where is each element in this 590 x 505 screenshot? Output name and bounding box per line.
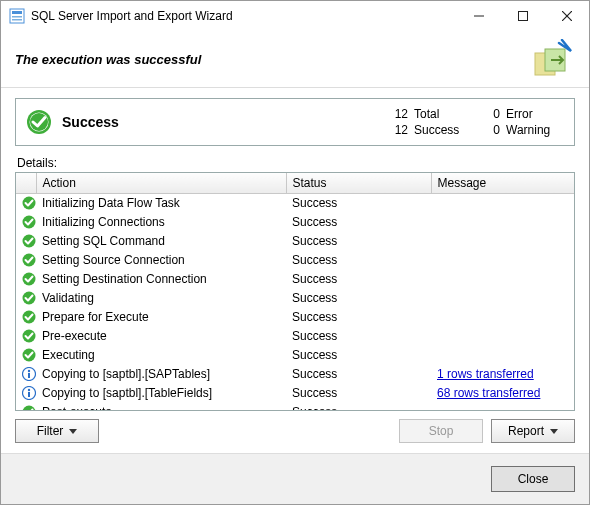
- warning-count: 0: [478, 123, 500, 137]
- message-cell: [431, 346, 574, 365]
- col-icon-header[interactable]: [16, 173, 36, 194]
- action-cell: Initializing Connections: [36, 213, 286, 232]
- check-icon: [22, 253, 36, 267]
- message-cell: [431, 194, 574, 213]
- message-cell: [431, 213, 574, 232]
- summary-status: Success: [62, 114, 386, 130]
- col-status-header[interactable]: Status: [286, 173, 431, 194]
- check-icon: [22, 348, 36, 362]
- minimize-button[interactable]: [457, 1, 501, 31]
- status-cell: Success: [286, 384, 431, 403]
- status-cell: Success: [286, 346, 431, 365]
- table-row[interactable]: Initializing Data Flow TaskSuccess: [16, 194, 574, 213]
- header-graphic: [529, 39, 575, 79]
- action-buttons-row: Filter Stop Report: [15, 411, 575, 447]
- message-cell: [431, 270, 574, 289]
- table-row[interactable]: Copying to [saptbl].[SAPTables]Success1 …: [16, 365, 574, 384]
- close-window-button[interactable]: [545, 1, 589, 31]
- info-icon: [22, 386, 36, 400]
- row-icon-cell: [16, 327, 36, 346]
- table-row[interactable]: ExecutingSuccess: [16, 346, 574, 365]
- table-row[interactable]: ValidatingSuccess: [16, 289, 574, 308]
- total-label: Total: [414, 107, 472, 121]
- check-icon: [22, 329, 36, 343]
- row-icon-cell: [16, 365, 36, 384]
- maximize-button[interactable]: [501, 1, 545, 31]
- status-cell: Success: [286, 327, 431, 346]
- status-cell: Success: [286, 251, 431, 270]
- svg-rect-5: [519, 12, 528, 21]
- check-icon: [22, 196, 36, 210]
- action-cell: Copying to [saptbl].[SAPTables]: [36, 365, 286, 384]
- message-link[interactable]: 68 rows transferred: [437, 386, 540, 400]
- col-message-header[interactable]: Message: [431, 173, 574, 194]
- titlebar: SQL Server Import and Export Wizard: [1, 1, 589, 31]
- status-cell: Success: [286, 232, 431, 251]
- table-row[interactable]: Setting Source ConnectionSuccess: [16, 251, 574, 270]
- message-cell: 1 rows transferred: [431, 365, 574, 384]
- action-cell: Pre-execute: [36, 327, 286, 346]
- table-row[interactable]: Copying to [saptbl].[TableFields]Success…: [16, 384, 574, 403]
- row-icon-cell: [16, 403, 36, 412]
- stop-button: Stop: [399, 419, 483, 443]
- row-icon-cell: [16, 232, 36, 251]
- status-cell: Success: [286, 289, 431, 308]
- footer: Close: [1, 453, 589, 504]
- summary-counts: 12 Total 0 Error 12 Success 0 Warning: [386, 107, 564, 137]
- app-icon: [9, 8, 25, 24]
- svg-rect-2: [12, 16, 22, 18]
- row-icon-cell: [16, 251, 36, 270]
- message-cell: [431, 289, 574, 308]
- filter-button[interactable]: Filter: [15, 419, 99, 443]
- action-cell: Validating: [36, 289, 286, 308]
- message-link[interactable]: 1 rows transferred: [437, 367, 534, 381]
- action-cell: Post-execute: [36, 403, 286, 412]
- report-button[interactable]: Report: [491, 419, 575, 443]
- status-cell: Success: [286, 194, 431, 213]
- row-icon-cell: [16, 289, 36, 308]
- details-label: Details:: [17, 156, 573, 170]
- details-table: Action Status Message Initializing Data …: [16, 173, 574, 411]
- details-table-container: Action Status Message Initializing Data …: [15, 172, 575, 411]
- svg-rect-27: [28, 392, 30, 397]
- svg-rect-24: [28, 373, 30, 378]
- action-cell: Initializing Data Flow Task: [36, 194, 286, 213]
- success-count: 12: [386, 123, 408, 137]
- dropdown-icon: [69, 429, 77, 434]
- page-title: The execution was successful: [15, 52, 529, 67]
- svg-rect-1: [12, 11, 22, 14]
- summary-panel: Success 12 Total 0 Error 12 Success 0 Wa…: [15, 98, 575, 146]
- action-cell: Setting Destination Connection: [36, 270, 286, 289]
- status-cell: Success: [286, 308, 431, 327]
- message-cell: [431, 232, 574, 251]
- table-row[interactable]: Initializing ConnectionsSuccess: [16, 213, 574, 232]
- close-label: Close: [518, 472, 549, 486]
- filter-label: Filter: [37, 424, 64, 438]
- table-row[interactable]: Setting SQL CommandSuccess: [16, 232, 574, 251]
- close-button[interactable]: Close: [491, 466, 575, 492]
- warning-label: Warning: [506, 123, 564, 137]
- message-cell: [431, 308, 574, 327]
- svg-point-23: [28, 370, 30, 372]
- status-cell: Success: [286, 213, 431, 232]
- status-cell: Success: [286, 270, 431, 289]
- dropdown-icon: [550, 429, 558, 434]
- svg-rect-3: [12, 19, 22, 21]
- check-icon: [22, 291, 36, 305]
- table-row[interactable]: Prepare for ExecuteSuccess: [16, 308, 574, 327]
- row-icon-cell: [16, 384, 36, 403]
- svg-point-26: [28, 389, 30, 391]
- error-count: 0: [478, 107, 500, 121]
- action-cell: Setting Source Connection: [36, 251, 286, 270]
- action-cell: Executing: [36, 346, 286, 365]
- table-row[interactable]: Setting Destination ConnectionSuccess: [16, 270, 574, 289]
- check-icon: [22, 234, 36, 248]
- table-row[interactable]: Post-executeSuccess: [16, 403, 574, 412]
- stop-label: Stop: [429, 424, 454, 438]
- row-icon-cell: [16, 270, 36, 289]
- action-cell: Prepare for Execute: [36, 308, 286, 327]
- window-title: SQL Server Import and Export Wizard: [31, 9, 457, 23]
- col-action-header[interactable]: Action: [36, 173, 286, 194]
- table-row[interactable]: Pre-executeSuccess: [16, 327, 574, 346]
- message-cell: [431, 327, 574, 346]
